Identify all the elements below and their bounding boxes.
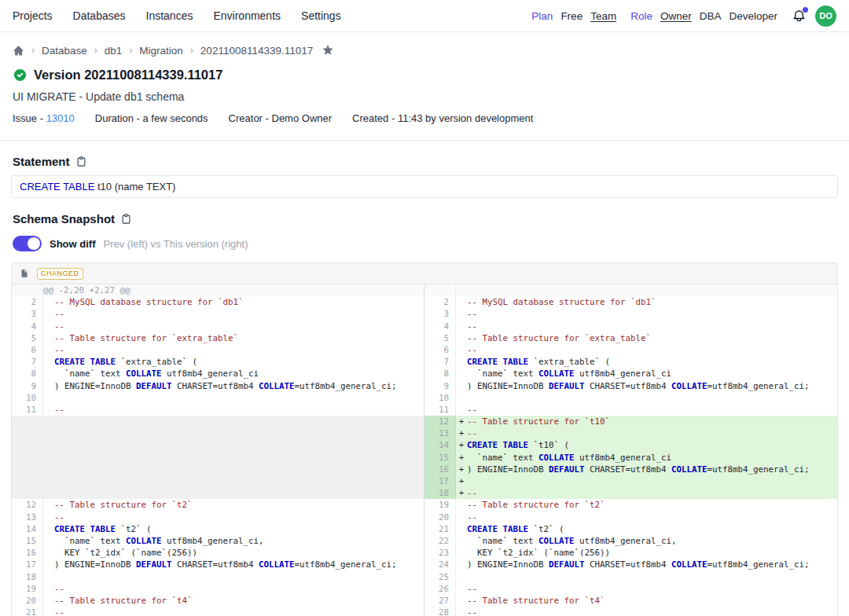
line-number: 21 [424,523,456,535]
code-line: ) ENGINE=InnoDB DEFAULT CHARSET=utf8mb4 … [43,559,424,570]
code-line: -- [43,321,424,332]
diff-context-row: 21 CREATE TABLE `t2` ( [424,523,837,535]
nav-item-databases[interactable]: Databases [73,9,126,22]
line-number: 16 [12,547,43,559]
line-number: 16 [424,464,456,475]
code-line [43,416,424,427]
role-dba-link[interactable]: DBA [700,10,722,22]
diff-body[interactable]: @@ -2,20 +2,27 @@2 -- MySQL database str… [12,284,837,616]
meta-row: Issue - 13010 Duration - a few seconds C… [0,103,849,124]
breadcrumb-item-db1[interactable]: db1 [105,45,123,57]
code-line: -- [43,607,424,616]
avatar[interactable]: DO [815,6,836,27]
code-line: +-- [456,427,837,439]
diff-context-row: 15 `name` text COLLATE utf8mb4_general_c… [12,535,424,547]
code-line: -- [43,583,424,595]
code-line: -- MySQL database structure for `db1` [456,296,837,308]
snapshot-section-header: Schema Snapshot [0,198,849,226]
code-line: -- [43,344,424,356]
diff-context-row: 16 KEY `t2_idx` (`name`(256)) [12,547,424,559]
code-line: -- [456,321,837,332]
code-line: -- [456,512,837,523]
diff-context-row: 7 CREATE TABLE `extra_table` ( [424,356,837,368]
diff-context-row: 5 -- Table structure for `extra_table` [424,332,837,344]
code-line [43,475,424,487]
diff-context-row: 21 -- [12,607,424,616]
code-line: -- [43,512,424,523]
role-owner-link[interactable]: Owner [660,10,692,22]
line-number: 8 [424,368,456,380]
statement-heading: Statement [13,155,70,168]
nav-item-projects[interactable]: Projects [13,9,53,22]
breadcrumb: ›Database›db1›Migration›20211008114339.1… [0,32,849,57]
success-check-icon [13,68,28,82]
code-line [456,571,837,583]
statement-sql: CREATE TABLE t10 (name TEXT) [11,175,838,198]
diff-context-row: 8 `name` text COLLATE utf8mb4_general_ci [12,368,424,380]
line-number: 12 [424,416,456,427]
statement-section-header: Statement [0,141,849,168]
diff-pane-previous[interactable]: @@ -2,20 +2,27 @@2 -- MySQL database str… [12,284,424,616]
page-title: Version 20211008114339.11017 [34,68,222,82]
line-number [12,464,43,475]
plan-free-link[interactable]: Free [560,10,583,22]
diff-added-row: 16+) ENGINE=InnoDB DEFAULT CHARSET=utf8m… [424,464,837,475]
diff-added-row: 13+-- [424,427,837,439]
code-line: -- Table structure for `extra_table` [456,332,837,344]
nav-right: Plan Free Team Role Owner DBA Developer … [531,6,836,27]
breadcrumb-item-database[interactable]: Database [42,45,87,57]
copy-statement-icon[interactable] [75,156,88,168]
code-line: CREATE TABLE `t2` ( [43,523,424,535]
copy-snapshot-icon[interactable] [120,213,133,226]
creator-meta: Creator - Demo Owner [229,112,332,124]
role-developer-link[interactable]: Developer [729,10,777,22]
plan-team-link[interactable]: Team [590,10,616,22]
line-number: 4 [12,321,43,332]
star-icon[interactable] [322,44,334,57]
diff-added-row: 12+-- Table structure for `t10` [424,416,837,427]
diff-context-row: 13 -- [12,512,424,523]
issue-link[interactable]: 13010 [46,112,75,124]
breadcrumb-item-migration[interactable]: Migration [139,45,183,57]
diff-pane-current[interactable]: 2 -- MySQL database structure for `db1`3… [424,284,837,616]
code-line: +) ENGINE=InnoDB DEFAULT CHARSET=utf8mb4… [456,464,837,475]
line-number: 5 [424,332,456,344]
code-line: -- [456,583,837,595]
line-number [424,284,456,296]
duration-meta: Duration - a few seconds [95,112,208,124]
line-number: 28 [424,607,456,616]
show-diff-toggle[interactable] [13,236,42,251]
code-line [43,452,424,464]
line-number: 27 [424,595,456,607]
diff-context-row: 3 -- [424,308,837,320]
diff-hunk-row [424,284,837,296]
line-number: 19 [12,583,43,595]
line-number: 14 [12,523,43,535]
line-number: 13 [12,512,43,523]
home-icon[interactable] [13,45,24,57]
code-line: CREATE TABLE `t2` ( [456,523,837,535]
code-line: `name` text COLLATE utf8mb4_general_ci, [43,535,424,547]
nav-item-instances[interactable]: Instances [146,9,193,22]
diff-context-row: 3 -- [12,308,424,320]
line-number: 18 [12,571,43,583]
code-line: -- Table structure for `t2` [43,499,424,511]
line-number: 25 [424,571,456,583]
code-line: +CREATE TABLE `t10` ( [456,439,837,451]
notification-bell-icon[interactable] [792,8,807,24]
line-number: 8 [12,368,43,380]
main-menu: ProjectsDatabasesInstancesEnvironmentsSe… [13,9,341,22]
line-number: 17 [424,475,456,487]
code-line: ) ENGINE=InnoDB DEFAULT CHARSET=utf8mb4 … [43,380,424,392]
diff-added-row: 14+CREATE TABLE `t10` ( [424,439,837,451]
diff-placeholder-row [12,427,424,439]
nav-item-settings[interactable]: Settings [301,9,341,22]
line-number [12,284,43,296]
diff-context-row: 4 -- [424,321,837,332]
line-number: 24 [424,559,456,570]
diff-context-row: 17 ) ENGINE=InnoDB DEFAULT CHARSET=utf8m… [12,559,424,570]
line-number [12,427,43,439]
diff-context-row: 9 ) ENGINE=InnoDB DEFAULT CHARSET=utf8mb… [424,380,837,392]
show-diff-label: Show diff [50,238,96,250]
nav-item-environments[interactable]: Environments [213,9,281,22]
